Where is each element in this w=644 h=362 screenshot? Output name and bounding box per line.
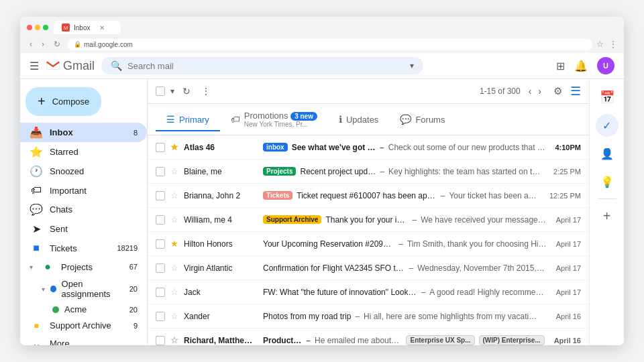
tab-primary[interactable]: ☰ Primary <box>156 107 220 131</box>
add-panel-icon[interactable]: + <box>596 204 619 227</box>
support-archive-icon: ■ <box>30 321 43 330</box>
back-button[interactable]: ‹ <box>27 38 35 50</box>
gmail-app: ☰ Gmail 🔍 ▾ ⊞ <box>20 53 624 345</box>
table-row[interactable]: ☆ Virgin Atlantic Confirmation for Fligh… <box>148 256 589 280</box>
email-subject: FW: What "the future of innovation" Look… <box>263 288 417 297</box>
sent-label: Sent <box>50 224 138 234</box>
prev-page-button[interactable]: ‹ <box>526 83 535 99</box>
browser-tab[interactable]: M Inbox ✕ <box>54 21 121 34</box>
sidebar-item-chats[interactable]: 💬 Chats <box>20 200 147 219</box>
table-row[interactable]: ☆ William, me 4 Support Archive Thank yo… <box>148 208 589 232</box>
close-dot[interactable] <box>27 25 32 30</box>
sidebar-item-starred[interactable]: ⭐ Starred <box>20 142 147 162</box>
email-snippet: Hi all, here are some highlights from my… <box>364 312 538 321</box>
refresh-button[interactable]: ↻ <box>180 83 193 99</box>
table-row[interactable]: ★ Hilton Honors Your Upcoming Reservatio… <box>148 232 589 256</box>
star-icon[interactable]: ☆ <box>170 166 178 176</box>
star-icon[interactable]: ☆ <box>170 287 178 297</box>
maximize-dot[interactable] <box>43 25 48 30</box>
tab-promotions[interactable]: 🏷 Promotions 3 new New York Times, Pr... <box>220 104 328 135</box>
sub-item-open-assignments[interactable]: ▾ Open assignments 20 <box>20 276 147 302</box>
reload-button[interactable]: ↻ <box>51 38 63 50</box>
sidebar-item-support-archive[interactable]: ■ Support Archive 9 <box>20 317 147 334</box>
table-row[interactable]: ☆ Richard, Matthew, me 3 Product Strateg… <box>148 328 589 345</box>
tab-close-button[interactable]: ✕ <box>99 24 105 32</box>
table-row[interactable]: ☆ Brianna, John 2 Tickets Ticket request… <box>148 184 589 208</box>
apps-grid-icon[interactable]: ⊞ <box>556 60 565 72</box>
star-icon[interactable]: ☆ <box>170 311 178 321</box>
extensions-icon[interactable]: ⋮ <box>609 40 617 49</box>
avatar[interactable]: U <box>597 57 614 74</box>
row-checkbox[interactable] <box>156 288 165 297</box>
browser-chrome: M Inbox ✕ ‹ › ↻ 🔒 mail.google.com ☆ ⋮ <box>20 17 624 53</box>
table-row[interactable]: ★ Atlas 46 inbox See what we've got for … <box>148 135 589 160</box>
gmail-m-icon <box>46 58 60 73</box>
sidebar-item-sent[interactable]: ➤ Sent <box>20 219 147 239</box>
star-icon[interactable]: ☆ <box>170 215 178 225</box>
email-subject: Confirmation for Flight VA2345 SFO to NY… <box>263 263 405 273</box>
star-icon[interactable]: ☆ <box>170 190 178 200</box>
topbar-right: ⊞ 🔔 U <box>556 57 614 74</box>
email-subject: Your Upcoming Reservation #20983746 <box>263 239 394 249</box>
sidebar: + Compose 📥 Inbox 8 ⭐ Starred 🕐 Snoozed <box>20 79 148 345</box>
sidebar-item-snoozed[interactable]: 🕐 Snoozed <box>20 162 147 181</box>
sidebar-item-inbox[interactable]: 📥 Inbox 8 <box>20 123 147 142</box>
sidebar-item-more[interactable]: ⌄ More <box>20 334 147 345</box>
tasks-panel-icon[interactable]: ✓ <box>596 114 619 137</box>
compose-button[interactable]: + Compose <box>25 87 101 116</box>
hamburger-icon[interactable]: ☰ <box>30 60 39 72</box>
sidebar-item-projects[interactable]: ▾ ● Projects 67 <box>20 257 147 276</box>
row-checkbox[interactable] <box>156 336 165 345</box>
projects-collapse-icon[interactable]: ▾ <box>30 263 33 271</box>
row-checkbox[interactable] <box>156 263 165 273</box>
tab-forums[interactable]: 💬 Forums <box>389 107 455 131</box>
table-row[interactable]: ☆ Xander Photos from my road trip – Hi a… <box>148 304 589 328</box>
search-input[interactable] <box>127 61 405 71</box>
email-body-preview: inbox See what we've got for you – Check… <box>263 143 545 152</box>
email-snippet: Your ticket has been appro... <box>449 191 539 200</box>
inbox-badge: 8 <box>133 129 138 137</box>
density-icon[interactable]: ☰ <box>570 84 581 99</box>
tab-updates[interactable]: ℹ Updates <box>328 107 389 131</box>
sidebar-item-tickets[interactable]: ■ Tickets 18219 <box>20 239 147 257</box>
minimize-dot[interactable] <box>35 25 40 30</box>
email-snippet: We have received your message and ... <box>421 215 546 225</box>
star-icon[interactable]: ☆ <box>170 263 178 273</box>
sidebar-item-important[interactable]: 🏷 Important <box>20 181 147 200</box>
compose-label: Compose <box>52 97 90 107</box>
row-checkbox[interactable] <box>156 143 165 152</box>
open-assignments-badge: 20 <box>129 285 138 293</box>
address-bar[interactable]: 🔒 mail.google.com <box>67 39 592 50</box>
email-body-preview: FW: What "the future of innovation" Look… <box>263 288 547 297</box>
next-page-button[interactable]: › <box>535 83 544 99</box>
row-checkbox[interactable] <box>156 312 165 321</box>
settings-icon[interactable]: ⚙ <box>553 85 562 97</box>
search-dropdown-icon[interactable]: ▾ <box>410 61 414 70</box>
inbox-label: Inbox <box>50 127 127 137</box>
star-icon[interactable]: ★ <box>170 142 178 152</box>
row-checkbox[interactable] <box>156 191 165 200</box>
browser-dots <box>27 25 48 30</box>
row-checkbox[interactable] <box>156 215 165 225</box>
forward-button[interactable]: › <box>39 38 47 50</box>
rpanel-divider <box>598 198 616 199</box>
notification-bell-icon[interactable]: 🔔 <box>574 60 588 72</box>
contacts-panel-icon[interactable]: 👤 <box>596 142 619 165</box>
email-subject: Photos from my road trip <box>263 312 351 321</box>
keep-panel-icon[interactable]: 💡 <box>596 170 619 193</box>
table-row[interactable]: ☆ Blaine, me Projects Recent project upd… <box>148 160 589 184</box>
projects-label: Projects <box>61 262 123 272</box>
select-dropdown-icon[interactable]: ▾ <box>170 86 174 96</box>
more-toolbar-button[interactable]: ⋮ <box>199 83 213 99</box>
row-checkbox[interactable] <box>156 167 165 176</box>
sub-collapse-open[interactable]: ▾ <box>42 286 45 293</box>
table-row[interactable]: ☆ Jack FW: What "the future of innovatio… <box>148 280 589 304</box>
row-checkbox[interactable] <box>156 239 165 249</box>
sub-item-acme[interactable]: Acme 20 <box>20 302 147 317</box>
select-all-checkbox[interactable] <box>156 86 165 96</box>
calendar-panel-icon[interactable]: 📅 <box>596 86 619 109</box>
bookmark-icon[interactable]: ☆ <box>596 40 604 49</box>
star-icon[interactable]: ☆ <box>170 335 178 345</box>
email-time: April 17 <box>556 240 581 248</box>
star-icon[interactable]: ★ <box>170 239 178 249</box>
